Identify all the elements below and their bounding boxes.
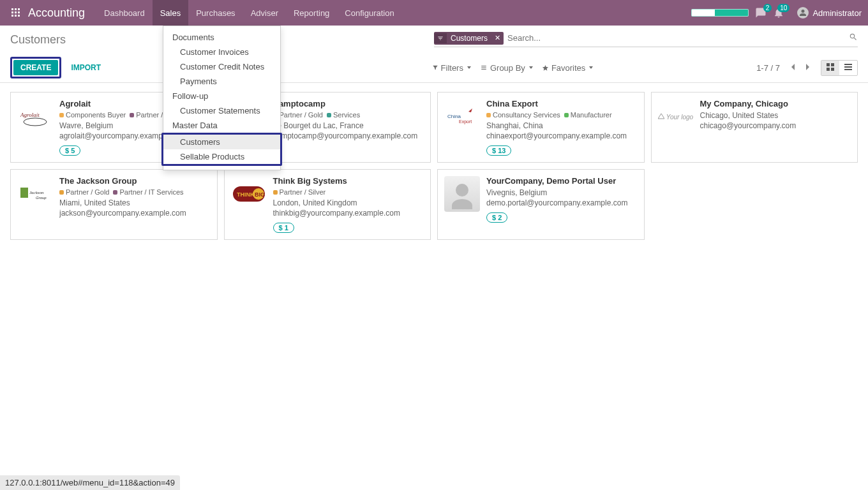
nav-item-dashboard[interactable]: Dashboard: [96, 0, 153, 26]
card-title: The Jackson Group: [59, 176, 211, 186]
app-brand[interactable]: Accounting: [28, 6, 85, 20]
card-logo: ChinaExport: [444, 99, 480, 135]
card-title: YourCompany, Demo Portal User: [486, 176, 638, 186]
search-facet[interactable]: Customers ✕: [434, 32, 504, 45]
star-icon: [542, 64, 549, 71]
card-location: London, United Kingdom: [273, 198, 424, 207]
apps-icon[interactable]: [6, 8, 26, 17]
import-button[interactable]: Import: [64, 60, 108, 75]
card-email: thinkbig@yourcompany.example.com: [273, 209, 424, 218]
control-panel: Customers Customers ✕ Create Import: [0, 26, 868, 83]
svg-rect-14: [844, 66, 852, 68]
view-kanban-button[interactable]: [821, 61, 839, 75]
view-list-button[interactable]: [839, 61, 857, 75]
activities-icon[interactable]: 10: [773, 7, 784, 19]
svg-rect-12: [831, 68, 834, 71]
dropdown-item[interactable]: Customer Statements: [163, 103, 280, 118]
pager-prev[interactable]: [788, 62, 798, 74]
card-email: camptocamp@yourcompany.example.com: [273, 131, 424, 140]
svg-rect-8: [18, 15, 20, 17]
dropdown-item[interactable]: Customer Credit Notes: [163, 59, 280, 74]
svg-rect-2: [18, 8, 20, 10]
amount-badge: $ 1: [273, 223, 294, 233]
avatar-icon: [797, 7, 809, 19]
svg-rect-0: [11, 8, 13, 10]
svg-rect-1: [15, 8, 17, 10]
svg-rect-5: [18, 11, 20, 13]
amount-badge: $ 2: [486, 212, 507, 223]
customer-card[interactable]: Your logoMy Company, ChicagoChicago, Uni…: [651, 92, 858, 163]
create-button[interactable]: Create: [13, 60, 58, 75]
dropdown-header: Follow-up: [163, 89, 280, 103]
dropdown-item[interactable]: Sellable Products: [163, 149, 280, 164]
list-icon: [480, 64, 488, 71]
nav-menu: DashboardSalesPurchasesAdviserReportingC…: [96, 0, 402, 26]
card-logo: THINKBIG: [231, 176, 267, 212]
svg-text:Jackson: Jackson: [29, 190, 44, 195]
svg-rect-10: [831, 63, 834, 66]
tag: Components Buyer: [59, 111, 126, 119]
svg-rect-4: [15, 11, 17, 13]
svg-text:Export: Export: [459, 119, 472, 124]
search-icon[interactable]: [849, 33, 858, 43]
customer-card[interactable]: JacksonGroupThe Jackson GroupPartner / G…: [10, 169, 218, 240]
tag: Manufacturer: [564, 111, 612, 119]
card-title: My Company, Chicago: [700, 99, 851, 108]
svg-text:China: China: [447, 114, 461, 119]
svg-text:Group: Group: [36, 196, 47, 200]
nav-item-configuration[interactable]: Configuration: [337, 0, 401, 26]
favorites-dropdown[interactable]: Favorites: [542, 63, 593, 73]
card-location: Vivegnis, Belgium: [486, 188, 638, 197]
card-email: chicago@yourcompany.com: [700, 121, 851, 130]
facet-label: Customers: [447, 32, 491, 45]
highlight-create: Create: [10, 57, 61, 78]
card-location: Le Bourget du Lac, France: [273, 121, 424, 130]
top-navbar: Accounting DashboardSalesPurchasesAdvise…: [0, 0, 868, 26]
customer-card[interactable]: ChinaExportChina ExportConsultancy Servi…: [437, 92, 645, 163]
customer-card[interactable]: YourCompany, Demo Portal UserVivegnis, B…: [437, 169, 645, 240]
dropdown-item[interactable]: Customer Invoices: [163, 45, 280, 59]
groupby-dropdown[interactable]: Group By: [480, 63, 533, 73]
svg-point-17: [24, 118, 47, 126]
facet-remove-icon[interactable]: ✕: [491, 32, 504, 44]
highlight-dropdown: CustomersSellable Products: [161, 133, 282, 166]
search-input[interactable]: [504, 31, 849, 45]
activities-badge: 10: [777, 4, 789, 12]
card-logo: JacksonGroup: [17, 176, 53, 212]
card-logo: Your logo: [658, 99, 694, 135]
kanban-view: AgrolaitAgrolaitComponents BuyerPartner …: [0, 83, 868, 249]
card-tags: Consultancy ServicesManufacturer: [486, 111, 638, 119]
progress-indicator[interactable]: [691, 9, 749, 17]
nav-item-purchases[interactable]: Purchases: [188, 0, 243, 26]
dropdown-item[interactable]: Customers: [163, 135, 280, 149]
dropdown-item[interactable]: Payments: [163, 74, 280, 89]
conversations-icon[interactable]: 2: [755, 7, 767, 19]
filters-dropdown[interactable]: Filters: [432, 63, 471, 73]
tag: Partner / IT Services: [113, 188, 183, 196]
nav-item-adviser[interactable]: Adviser: [243, 0, 286, 26]
search-bar[interactable]: Customers ✕: [434, 31, 858, 47]
card-email: chinaexport@yourcompany.example.com: [486, 131, 638, 140]
card-title: China Export: [486, 99, 638, 108]
amount-badge: $ 13: [486, 145, 511, 156]
card-location: Chicago, United States: [700, 111, 851, 120]
user-menu[interactable]: Administrator: [797, 7, 862, 19]
svg-rect-7: [15, 15, 17, 17]
funnel-icon: [432, 64, 438, 71]
card-tags: Partner / Silver: [273, 188, 424, 196]
pager-text[interactable]: 1-7 / 7: [756, 63, 780, 73]
sales-dropdown: DocumentsCustomer InvoicesCustomer Credi…: [163, 26, 281, 170]
customer-card[interactable]: THINKBIGThink Big SystemsPartner / Silve…: [224, 169, 431, 240]
card-location: Shanghai, China: [486, 121, 638, 130]
svg-text:THINK: THINK: [237, 191, 255, 198]
nav-item-sales[interactable]: Sales: [153, 0, 189, 26]
svg-rect-6: [11, 15, 13, 17]
pager-next[interactable]: [803, 62, 813, 74]
card-location: Miami, United States: [59, 198, 211, 207]
conversations-badge: 2: [763, 4, 772, 12]
nav-item-reporting[interactable]: Reporting: [286, 0, 337, 26]
tag: Partner / Gold: [59, 188, 109, 196]
svg-rect-13: [844, 64, 852, 65]
tag: Services: [327, 111, 360, 119]
tag: Consultancy Services: [486, 111, 560, 119]
